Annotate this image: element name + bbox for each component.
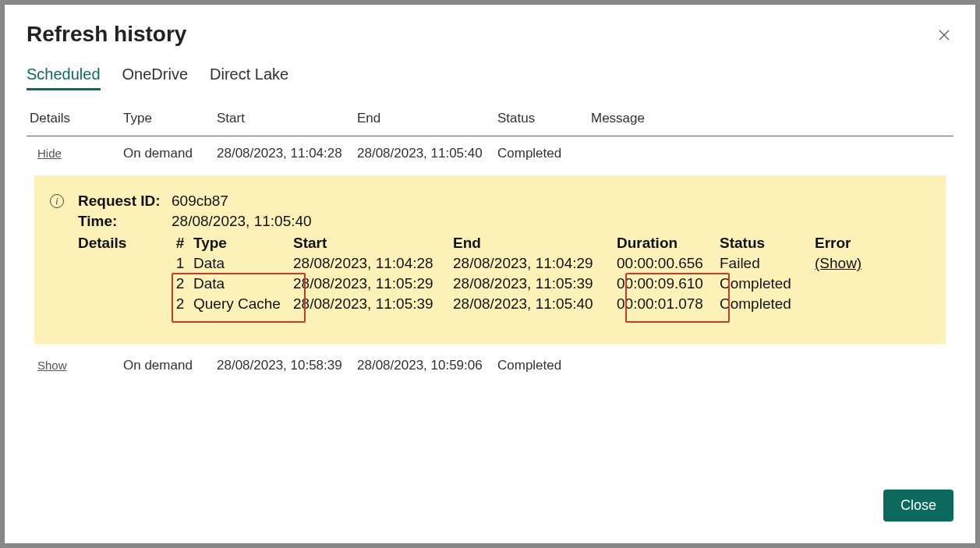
dcell-status: Completed <box>720 274 815 294</box>
col-message: Message <box>588 104 953 136</box>
dcell-type: Data <box>193 274 293 294</box>
cell-end: 28/08/2023, 10:59:06 <box>354 348 494 383</box>
cell-type: On demand <box>120 136 214 171</box>
dcol-start: Start <box>293 233 453 253</box>
request-id-label: Request ID: <box>78 193 172 210</box>
toggle-details-link[interactable]: Show <box>30 359 67 372</box>
tab-scheduled[interactable]: Scheduled <box>27 65 101 90</box>
dcell-end: 28/08/2023, 11:05:39 <box>453 274 617 294</box>
dcell-status: Completed <box>720 294 815 314</box>
dcol-type: Type <box>193 233 293 253</box>
cell-message <box>588 348 953 383</box>
col-start: Start <box>214 104 354 136</box>
dcell-error <box>815 274 877 294</box>
dcol-status: Status <box>720 233 815 253</box>
history-row-2: Show On demand 28/08/2023, 10:58:39 28/0… <box>27 348 953 383</box>
table-row: Hide On demand 28/08/2023, 11:04:28 28/0… <box>27 136 953 171</box>
dcell-end: 28/08/2023, 11:04:29 <box>453 253 617 274</box>
error-show-link[interactable]: (Show) <box>815 255 861 271</box>
details-label: Details <box>78 233 172 253</box>
dcell-duration: 00:00:00.656 <box>617 253 720 274</box>
dcol-error: Error <box>815 233 877 253</box>
col-status: Status <box>494 104 588 136</box>
dialog-header: Refresh history <box>5 5 975 47</box>
scroll-region[interactable]: Details Type Start End Status Message Hi… <box>27 104 960 477</box>
dcol-duration: Duration <box>617 233 720 253</box>
refresh-history-dialog: Refresh history Scheduled OneDrive Direc… <box>5 5 975 543</box>
cell-status: Completed <box>494 348 588 383</box>
cell-start: 28/08/2023, 10:58:39 <box>214 348 354 383</box>
table-area: Details Type Start End Status Message Hi… <box>5 104 975 477</box>
history-row-1: Hide On demand 28/08/2023, 11:04:28 28/0… <box>27 136 953 171</box>
cell-type: On demand <box>120 348 214 383</box>
dcell-start: 28/08/2023, 11:05:39 <box>293 294 453 314</box>
dcell-status: Failed <box>720 253 815 274</box>
dcell-error <box>815 294 877 314</box>
dialog-footer: Close <box>5 477 975 543</box>
history-table: Details Type Start End Status Message <box>27 104 953 136</box>
dcol-hash: # <box>172 233 193 253</box>
close-icon[interactable] <box>935 27 953 45</box>
dcell-end: 28/08/2023, 11:05:40 <box>453 294 617 314</box>
detail-table: Details # Type Start End Duration Status… <box>78 233 877 314</box>
toggle-details-link[interactable]: Hide <box>30 147 62 160</box>
close-button[interactable]: Close <box>883 490 953 521</box>
detail-row: 2 Data 28/08/2023, 11:05:29 28/08/2023, … <box>78 274 877 294</box>
detail-row: 1 Data 28/08/2023, 11:04:28 28/08/2023, … <box>78 253 877 274</box>
cell-status: Completed <box>494 136 588 171</box>
table-row: Show On demand 28/08/2023, 10:58:39 28/0… <box>27 348 953 383</box>
dcell-duration: 00:00:01.078 <box>617 294 720 314</box>
cell-end: 28/08/2023, 11:05:40 <box>354 136 494 171</box>
dcell-duration: 00:00:09.610 <box>617 274 720 294</box>
detail-panel: i Request ID: 609cb87 Time: 28/08/2023, … <box>34 175 946 344</box>
time-label: Time: <box>78 213 172 230</box>
info-icon: i <box>50 194 64 208</box>
dcell-n: 1 <box>172 253 193 274</box>
col-details: Details <box>27 104 120 136</box>
request-id-value: 609cb87 <box>172 193 228 210</box>
detail-row: 2 Query Cache 28/08/2023, 11:05:39 28/08… <box>78 294 877 314</box>
cell-start: 28/08/2023, 11:04:28 <box>214 136 354 171</box>
tabs: Scheduled OneDrive Direct Lake <box>5 47 975 90</box>
col-type: Type <box>120 104 214 136</box>
cell-message <box>588 136 953 171</box>
tab-onedrive[interactable]: OneDrive <box>122 65 188 90</box>
col-end: End <box>354 104 494 136</box>
dcell-n: 2 <box>172 274 193 294</box>
dcol-end: End <box>453 233 617 253</box>
tab-directlake[interactable]: Direct Lake <box>210 65 288 90</box>
dcell-start: 28/08/2023, 11:05:29 <box>293 274 453 294</box>
dcell-start: 28/08/2023, 11:04:28 <box>293 253 453 274</box>
dcell-type: Query Cache <box>193 294 293 314</box>
time-value: 28/08/2023, 11:05:40 <box>172 213 312 230</box>
dcell-type: Data <box>193 253 293 274</box>
dialog-title: Refresh history <box>27 22 953 47</box>
dcell-n: 2 <box>172 294 193 314</box>
